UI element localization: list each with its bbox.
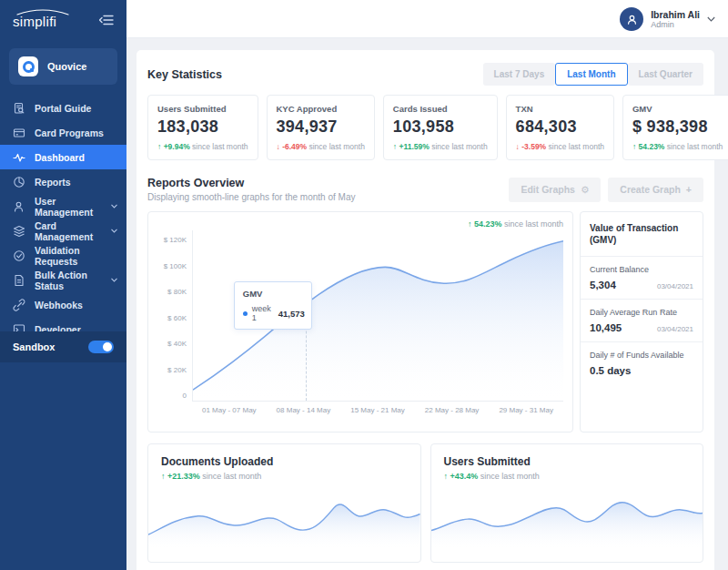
sidebar-item-label: Webhooks (35, 300, 83, 310)
gmv-value: 5,304 (590, 280, 616, 290)
stat-card-kyc-approved: KYC Approved 394,937 ↓ -6.49% since last… (267, 95, 375, 160)
sidebar-item-label: Card Programs (35, 127, 104, 138)
sidebar-item-bulk-action-status[interactable]: Bulk Action Status (0, 268, 126, 292)
plus-icon: + (686, 184, 692, 195)
workspace-name: Quovice (47, 61, 86, 72)
gmv-row-current-balance: Current Balance 5,304 03/04/2021 (581, 256, 703, 299)
documents-uploaded-sparkline (148, 487, 420, 549)
chart-tooltip: GMV week 1 41,573 (234, 281, 312, 330)
stat-delta: ↑ +9.94% since last month (157, 142, 248, 151)
portal-guide-icon (13, 102, 25, 115)
stat-delta: ↑ +11.59% since last month (393, 142, 488, 151)
tooltip-series: week 1 (252, 304, 271, 322)
tooltip-value: 41,573 (278, 309, 305, 319)
sandbox-label: Sandbox (13, 341, 55, 352)
main-panel: Key Statistics Last 7 Days Last Month La… (136, 50, 714, 570)
reports-overview-title: Reports Overview (147, 177, 355, 189)
sidebar-item-validation-requests[interactable]: Validation Requests (0, 243, 126, 268)
time-filter-group: Last 7 Days Last Month Last Quarter (483, 63, 703, 86)
stat-label: GMV (632, 104, 723, 114)
sidebar-item-dashboard[interactable]: Dashboard (0, 145, 126, 169)
key-statistics-title: Key Statistics (147, 68, 222, 81)
stat-card-users-submitted: Users Submitted 183,038 ↑ +9.94% since l… (147, 95, 258, 160)
sidebar-item-label: Portal Guide (35, 103, 91, 114)
edit-graphs-button[interactable]: Edit Graphs⚙ (509, 178, 601, 202)
gmv-panel-title: Value of Transaction (GMV) (581, 212, 703, 256)
gmv-chart-plot[interactable]: GMV week 1 41,573 (192, 230, 563, 402)
stat-value: 183,038 (157, 117, 248, 137)
card-delta: ↑ +43.4% since last month (444, 472, 691, 481)
gmv-row-daily-funds-available: Daily # of Funds Available 0.5 days (581, 341, 703, 384)
stat-value: 103,958 (393, 117, 488, 137)
filter-last-month[interactable]: Last Month (555, 63, 627, 86)
sidebar-item-label: Validation Requests (35, 245, 117, 267)
series-dot-icon (243, 311, 248, 316)
card-title: Documents Uploaded (161, 455, 408, 468)
trend-up-icon: ↑ (157, 142, 161, 151)
tooltip-title: GMV (243, 289, 303, 299)
sidebar-item-card-programs[interactable]: Card Programs (0, 120, 126, 145)
sidebar-collapse-icon[interactable] (97, 13, 116, 30)
sidebar-item-label: Card Management (35, 220, 102, 242)
bulk-action-status-icon (13, 274, 25, 287)
chevron-down-icon (111, 229, 117, 233)
workspace-logo-icon (18, 56, 38, 76)
gmv-date: 03/04/2021 (657, 325, 693, 333)
stat-delta: ↓ -3.59% since last month (516, 142, 604, 151)
stat-value: 394,937 (277, 117, 365, 137)
user-menu[interactable]: Ibrahim Ali Admin (620, 7, 715, 31)
gmv-value: 0.5 days (590, 365, 631, 376)
create-graph-button[interactable]: Create Graph+ (608, 178, 703, 202)
trend-down-icon: ↓ (277, 142, 280, 151)
stat-value: 684,303 (516, 117, 604, 137)
user-name: Ibrahim Ali (651, 9, 700, 20)
users-submitted-card: Users Submitted ↑ +43.4% since last mont… (430, 443, 704, 563)
gmv-date: 03/04/2021 (657, 282, 693, 290)
sidebar-item-portal-guide[interactable]: Portal Guide (0, 96, 126, 120)
workspace-switcher[interactable]: Quovice (9, 48, 117, 85)
stat-value: $ 938,398 (632, 117, 723, 137)
trend-up-icon: ↑ (632, 142, 636, 151)
reports-icon (13, 176, 25, 188)
card-programs-icon (13, 127, 25, 139)
trend-up-icon: ↑ (468, 219, 472, 229)
sidebar-item-label: User Management (35, 196, 102, 218)
app-logo: simplifi (13, 14, 56, 30)
sidebar-item-reports[interactable]: Reports (0, 169, 126, 194)
stat-card-txn: TXN 684,303 ↓ -3.59% since last month (506, 95, 614, 160)
stat-label: KYC Approved (277, 104, 365, 114)
chart-delta-badge: ↑ 54.23% since last month (157, 219, 563, 229)
y-axis: $ 120K $ 100K $ 80K $ 60K $ 40K $ 20K 0 (157, 230, 192, 402)
user-role: Admin (651, 20, 700, 29)
sidebar-item-user-management[interactable]: User Management (0, 194, 126, 219)
gear-icon: ⚙ (581, 184, 589, 195)
gmv-summary-panel: Value of Transaction (GMV) Current Balan… (580, 211, 703, 433)
stat-label: Cards Issued (393, 104, 488, 114)
stat-card-cards-issued: Cards Issued 103,958 ↑ +11.59% since las… (383, 95, 498, 160)
avatar (620, 7, 643, 31)
x-axis: 01 May - 07 May 08 May - 14 May 15 May -… (192, 406, 563, 414)
chevron-down-icon (111, 278, 117, 282)
gmv-chart-card: ↑ 54.23% since last month $ 120K $ 100K … (147, 211, 573, 433)
users-submitted-sparkline (431, 487, 703, 549)
sandbox-toggle[interactable] (88, 341, 114, 353)
sidebar-item-card-management[interactable]: Card Management (0, 219, 126, 243)
stat-delta: ↑ 54.23% since last month (632, 142, 723, 151)
filter-last-quarter[interactable]: Last Quarter (628, 63, 703, 86)
gmv-value: 10,495 (590, 322, 622, 333)
user-management-icon (13, 200, 25, 213)
documents-uploaded-card: Documents Uploaded ↑ +21.33% since last … (147, 443, 421, 563)
sandbox-section: Sandbox (0, 331, 126, 362)
stat-delta: ↓ -6.49% since last month (277, 142, 365, 151)
sidebar-item-label: Reports (35, 177, 71, 188)
sidebar-item-label: Bulk Action Status (35, 270, 102, 291)
chevron-down-icon (111, 204, 117, 209)
trend-up-icon: ↑ (444, 472, 449, 481)
webhooks-icon (13, 299, 25, 311)
sidebar-item-webhooks[interactable]: Webhooks (0, 292, 126, 317)
stat-cards-row: Users Submitted 183,038 ↑ +9.94% since l… (147, 95, 703, 160)
reports-overview-subtitle: Displaying smooth-line graphs for the mo… (147, 192, 355, 202)
gmv-row-daily-average-run-rate: Daily Average Run Rate 10,495 03/04/2021 (581, 299, 703, 341)
filter-last-7-days[interactable]: Last 7 Days (483, 63, 556, 86)
logo-arc (15, 7, 71, 16)
